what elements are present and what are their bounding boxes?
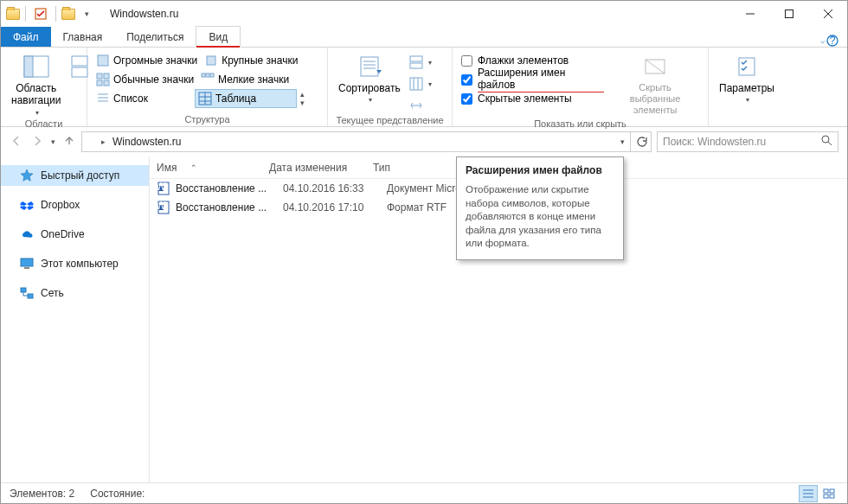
minimize-button[interactable]: [730, 2, 769, 27]
tab-file[interactable]: Файл: [1, 27, 51, 47]
svg-rect-8: [24, 56, 33, 77]
quick-access-toolbar: ▾: [6, 4, 96, 23]
sort-icon: [356, 53, 383, 80]
svg-text:W: W: [157, 182, 166, 193]
group-layout-label: Структура: [87, 114, 327, 126]
svg-rect-43: [21, 288, 26, 292]
separator: [25, 6, 26, 22]
address-dropdown[interactable]: ▾: [620, 137, 628, 146]
checkbox-input[interactable]: [461, 55, 472, 67]
svg-rect-57: [830, 494, 834, 498]
separator: [55, 6, 56, 22]
window-title: Windowsten.ru: [110, 8, 178, 20]
layout-table[interactable]: Таблица: [195, 89, 297, 108]
layout-large[interactable]: Крупные значки: [201, 51, 301, 70]
hide-selected-button: Скрыть выбранные элементы: [607, 51, 703, 118]
chevron-down-icon: ▾: [746, 96, 749, 105]
onedrive-icon: [20, 227, 34, 241]
column-date[interactable]: Дата изменения: [269, 162, 373, 174]
view-thumbnails-button[interactable]: [819, 485, 838, 502]
nav-network[interactable]: Сеть: [1, 283, 149, 303]
tab-view[interactable]: Вид: [196, 26, 241, 48]
checkbox-hidden-items[interactable]: Скрытые элементы: [458, 89, 607, 108]
ribbon-tabs: Файл Главная Поделиться Вид ⌵?: [1, 27, 847, 48]
nav-dropbox[interactable]: Dropbox: [1, 195, 149, 215]
qat-properties-button[interactable]: [31, 4, 50, 23]
svg-rect-2: [785, 10, 793, 18]
active-tab-underline: [196, 46, 240, 48]
close-button[interactable]: [808, 2, 847, 27]
sort-button[interactable]: Сортировать ▾: [333, 51, 406, 106]
network-icon: [20, 286, 34, 300]
layout-medium[interactable]: Обычные значки: [93, 70, 197, 89]
layout-scroll-down[interactable]: ▾: [300, 99, 305, 107]
layout-small[interactable]: Мелкие значки: [197, 70, 292, 89]
group-current-view-label: Текущее представление: [328, 115, 452, 127]
qat-newfolder-icon[interactable]: [61, 9, 75, 20]
layout-list[interactable]: Список: [93, 89, 195, 108]
svg-rect-44: [28, 294, 33, 298]
view-details-button[interactable]: [799, 485, 818, 502]
checkbox-input[interactable]: [461, 74, 472, 86]
search-box[interactable]: Поиск: Windowsten.ru: [657, 131, 838, 152]
svg-rect-14: [104, 73, 109, 79]
address-path[interactable]: ▸ Windowsten.ru ▾: [81, 131, 631, 152]
refresh-button[interactable]: [631, 131, 652, 152]
svg-rect-11: [98, 55, 108, 66]
svg-rect-12: [207, 56, 215, 65]
svg-line-37: [646, 60, 665, 73]
sort-label: Сортировать: [338, 82, 401, 94]
back-button[interactable]: [10, 134, 23, 150]
navigation-pane-label: Область навигации: [11, 82, 61, 107]
forward-button[interactable]: [30, 134, 44, 150]
layout-huge[interactable]: Огромные значки: [93, 51, 201, 70]
group-options: Параметры ▾: [709, 48, 847, 126]
svg-point-39: [822, 136, 829, 143]
main-area: Быстрый доступ Dropbox OneDrive Этот ком…: [1, 156, 847, 482]
nav-quick-access[interactable]: Быстрый доступ: [1, 165, 149, 186]
ribbon: Область навигации ▾ Области Огромные зна…: [1, 48, 847, 127]
svg-rect-13: [97, 73, 102, 79]
window-controls: [730, 2, 847, 27]
help-icon[interactable]: ?: [826, 35, 838, 47]
svg-rect-41: [21, 258, 33, 266]
navigation-pane-button[interactable]: Область навигации ▾: [6, 51, 66, 118]
dropbox-icon: [20, 198, 34, 212]
column-name[interactable]: Имя⌃: [157, 162, 269, 174]
add-columns-button[interactable]: ▾: [406, 74, 435, 93]
svg-rect-55: [830, 489, 834, 493]
qat-customize-button[interactable]: ▾: [77, 4, 96, 23]
checkbox-input[interactable]: [461, 93, 472, 105]
file-date: 04.10.2016 17:10: [283, 201, 387, 214]
layout-scroll-up[interactable]: ▴: [300, 90, 305, 99]
breadcrumb-chevron-icon[interactable]: ▸: [101, 137, 106, 146]
svg-rect-56: [824, 494, 828, 498]
group-current-view: Сортировать ▾ ▾ ▾ Текущее представление: [328, 48, 453, 126]
app-folder-icon: [6, 9, 20, 20]
nav-this-pc[interactable]: Этот компьютер: [1, 253, 149, 274]
chevron-down-icon: ▾: [369, 96, 372, 105]
breadcrumb-segment[interactable]: Windowsten.ru: [109, 136, 184, 148]
up-button[interactable]: [62, 134, 76, 150]
maximize-button[interactable]: [769, 2, 808, 27]
nav-onedrive[interactable]: OneDrive: [1, 224, 149, 245]
address-bar: ▾ ▸ Windowsten.ru ▾ Поиск: Windowsten.ru: [1, 127, 847, 156]
checkbox-file-extensions[interactable]: Расширения имен файлов: [458, 70, 607, 89]
svg-text:W: W: [157, 201, 166, 212]
svg-rect-33: [410, 78, 422, 90]
size-columns-button[interactable]: [406, 96, 435, 115]
tooltip-body: Отображение или скрытие набора символов,…: [466, 183, 614, 251]
group-by-button[interactable]: ▾: [406, 53, 435, 72]
search-placeholder: Поиск: Windowsten.ru: [663, 136, 766, 148]
options-icon: [733, 53, 761, 80]
options-button[interactable]: Параметры ▾: [714, 51, 780, 106]
navigation-pane-icon: [22, 53, 50, 80]
svg-rect-54: [824, 489, 828, 493]
ribbon-collapse-button[interactable]: ⌵?: [820, 35, 847, 47]
tab-home[interactable]: Главная: [51, 27, 115, 47]
file-name: Восстановление ...: [176, 182, 283, 195]
status-bar: Элементов: 2 Состояние:: [1, 482, 847, 503]
history-dropdown[interactable]: ▾: [51, 137, 55, 146]
group-panes: Область навигации ▾ Области: [1, 48, 87, 126]
tab-share[interactable]: Поделиться: [114, 27, 196, 47]
